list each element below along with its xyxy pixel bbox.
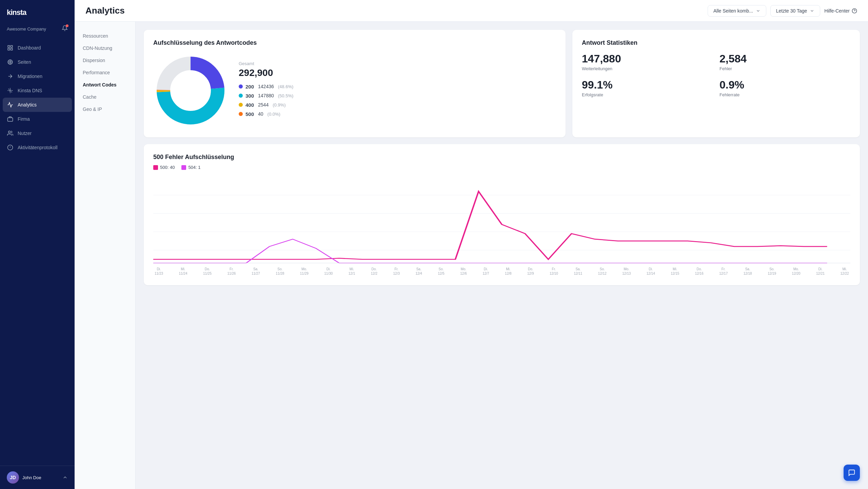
x-axis-label: Mi.12/1 <box>349 267 355 276</box>
notification-bell[interactable] <box>62 25 68 33</box>
stat-value-weiterleitungen: 147,880 <box>582 53 713 64</box>
x-axis-label: Mo.12/20 <box>792 267 801 276</box>
subnav-item-cdn[interactable]: CDN-Nutzung <box>75 42 135 54</box>
x-axis-label: Do.12/2 <box>371 267 377 276</box>
svg-text:kinsta: kinsta <box>7 8 27 17</box>
sidebar-item-dashboard[interactable]: Dashboard <box>0 41 75 55</box>
subnav-item-cache[interactable]: Cache <box>75 91 135 103</box>
sidebar-item-analytics[interactable]: Analytics <box>3 98 72 112</box>
svg-rect-2 <box>11 45 13 47</box>
sidebar: kinsta Awesome Company Dashboard Seiten <box>0 0 75 489</box>
content-area: Ressourcen CDN-Nutzung Dispersion Perfor… <box>75 22 868 489</box>
sidebar-item-label: Firma <box>18 116 30 122</box>
stat-fehler: 2,584 Fehler <box>719 53 850 71</box>
legend-color-500 <box>153 165 158 170</box>
main-area: Analytics Alle Seiten komb... Letzte 30 … <box>75 0 868 489</box>
sidebar-item-migrationen[interactable]: Migrationen <box>0 69 75 83</box>
x-axis-label: Fr.12/17 <box>719 267 728 276</box>
avatar: JD <box>7 471 19 484</box>
legend-dot-300 <box>239 94 243 98</box>
legend-label-500: 500: 40 <box>160 165 175 170</box>
legend-code-400: 400 <box>245 102 254 108</box>
help-icon <box>852 8 857 14</box>
x-axis-label: Mo.12/6 <box>460 267 467 276</box>
subnav-item-ressourcen[interactable]: Ressourcen <box>75 30 135 42</box>
legend-pct-200: (48.6%) <box>278 84 294 89</box>
chevron-down-icon <box>756 8 761 13</box>
legend-code-300: 300 <box>245 93 254 99</box>
line-chart <box>153 177 850 265</box>
user-info: JD John Doe <box>7 471 41 484</box>
stat-erfolgsrate: 99.1% Erfolgsrate <box>582 79 713 97</box>
top-row: Aufschlüsselung des Antwortcodes <box>144 30 860 137</box>
help-center-label: Hilfe-Center <box>824 8 850 14</box>
x-axis-label: So.12/12 <box>598 267 607 276</box>
time-filter-dropdown[interactable]: Letzte 30 Tage <box>770 5 821 17</box>
stat-value-fehler: 2,584 <box>719 53 850 64</box>
logo-area: kinsta <box>0 0 75 22</box>
stat-value-erfolgsrate: 99.1% <box>582 79 713 90</box>
x-axis-label: Do.12/16 <box>695 267 704 276</box>
x-axis-label: Mo.11/29 <box>300 267 309 276</box>
svg-rect-3 <box>8 48 9 50</box>
chart-legend-500: 500: 40 <box>153 165 175 170</box>
stat-label-weiterleitungen: Weiterleitungen <box>582 66 713 71</box>
help-center-link[interactable]: Hilfe-Center <box>824 8 857 14</box>
x-axis-label: So.11/28 <box>276 267 284 276</box>
legend-value-300: 147880 <box>258 93 274 98</box>
legend-pct-400: (0.9%) <box>273 102 285 107</box>
dns-icon <box>7 87 14 94</box>
legend-dot-400 <box>239 103 243 107</box>
x-axis-label: So.12/19 <box>768 267 776 276</box>
stat-fehlerrate: 0.9% Fehlerrate <box>719 79 850 97</box>
legend-item-500: 500 40 (0.0%) <box>239 111 556 117</box>
sidebar-item-kinsta-dns[interactable]: Kinsta DNS <box>0 83 75 98</box>
svg-point-20 <box>172 72 210 110</box>
stat-weiterleitungen: 147,880 Weiterleitungen <box>582 53 713 71</box>
chart-legend-504: 504: 1 <box>181 165 200 170</box>
dashboard-icon <box>7 44 14 51</box>
sidebar-item-log[interactable]: Aktivitätenprotokoll <box>0 140 75 155</box>
x-axis-label: Mi.11/24 <box>179 267 187 276</box>
time-filter-label: Letzte 30 Tage <box>776 8 807 14</box>
user-menu-chevron[interactable] <box>62 475 68 480</box>
company-name: Awesome Company <box>7 26 46 32</box>
stats-grid: 147,880 Weiterleitungen 2,584 Fehler 99.… <box>582 53 850 97</box>
svg-rect-1 <box>8 45 9 47</box>
x-axis-label: Sa.12/4 <box>415 267 422 276</box>
pages-filter-label: Alle Seiten komb... <box>713 8 753 14</box>
x-axis-label: Fr.11/26 <box>227 267 236 276</box>
legend-dot-500 <box>239 112 243 116</box>
subnav-item-dispersion[interactable]: Dispersion <box>75 54 135 66</box>
sidebar-item-firma[interactable]: Firma <box>0 112 75 126</box>
nav-menu: Dashboard Seiten Migrationen Kinsta DNS <box>0 38 75 466</box>
chat-icon <box>848 469 855 476</box>
donut-card-title: Aufschlüsselung des Antwortcodes <box>153 39 556 46</box>
sidebar-item-nutzer[interactable]: Nutzer <box>0 126 75 140</box>
legend-value-200: 142436 <box>258 84 274 89</box>
chat-button[interactable] <box>844 465 860 481</box>
sidebar-item-seiten[interactable]: Seiten <box>0 55 75 69</box>
stat-label-erfolgsrate: Erfolgsrate <box>582 92 713 97</box>
stats-card: Antwort Statistiken 147,880 Weiterleitun… <box>572 30 860 137</box>
company-area: Awesome Company <box>0 22 75 38</box>
x-axis-label: Mi.12/22 <box>841 267 849 276</box>
legend-dot-200 <box>239 84 243 89</box>
sidebar-item-label: Nutzer <box>18 131 32 136</box>
legend-item-400: 400 2544 (0.9%) <box>239 102 556 108</box>
pages-icon <box>7 59 14 65</box>
legend-total-label: Gesamt <box>239 61 556 66</box>
subnav-item-performance[interactable]: Performance <box>75 66 135 79</box>
x-axis-label: Mo.12/13 <box>622 267 631 276</box>
legend-pct-500: (0.0%) <box>268 112 280 117</box>
subnav-item-geo-ip[interactable]: Geo & IP <box>75 103 135 115</box>
log-icon <box>7 144 14 151</box>
pages-filter-dropdown[interactable]: Alle Seiten komb... <box>708 5 766 17</box>
x-axis-label: Di.11/30 <box>324 267 333 276</box>
svg-point-9 <box>8 131 11 133</box>
company-icon <box>7 116 14 122</box>
sidebar-item-label: Migrationen <box>18 74 42 79</box>
subnav-item-antwort-codes[interactable]: Antwort Codes <box>75 79 135 91</box>
svg-rect-4 <box>11 48 13 50</box>
legend-total-value: 292,900 <box>239 67 556 78</box>
